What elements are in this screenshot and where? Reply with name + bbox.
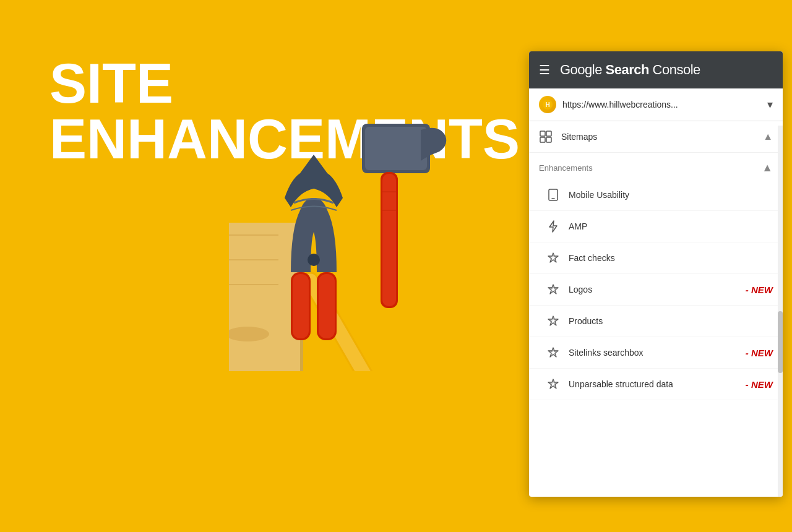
svg-rect-9 [293,274,309,338]
enhancement-item-amp[interactable]: AMP [529,211,783,242]
enhancement-item-logos[interactable]: Logos - NEW [529,274,783,306]
tools-illustration [229,99,464,371]
gsc-title: Google Search Console [560,62,700,78]
sitemaps-icon [539,130,553,144]
gsc-panel: ☰ Google Search Console H https://www.hi… [529,51,783,497]
mobile-usability-icon [546,188,560,202]
url-dropdown-arrow[interactable]: ▾ [767,98,773,111]
enhancements-toggle-icon[interactable]: ▲ [762,161,773,174]
sitelinks-searchbox-label: Sitelinks searchbox [569,348,737,358]
svg-rect-21 [540,131,545,136]
enhancement-item-unparsable-structured-data[interactable]: Unparsable structured data - NEW [529,369,783,400]
fact-checks-icon [546,251,560,265]
unparsable-structured-data-icon [546,377,560,391]
enhancement-item-mobile-usability[interactable]: Mobile Usability [529,179,783,211]
scrollbar-track[interactable] [778,126,783,497]
enhancement-item-products[interactable]: Products [529,306,783,337]
svg-marker-35 [548,379,558,388]
svg-rect-7 [301,272,379,371]
svg-text:H: H [545,101,549,108]
sitelinks-searchbox-new-badge: - NEW [746,348,773,358]
svg-point-12 [308,254,320,266]
products-icon [546,314,560,328]
svg-rect-11 [319,274,335,338]
console-text: Console [649,62,700,77]
scrollbar-thumb[interactable] [778,311,783,373]
svg-rect-16 [382,174,396,306]
svg-rect-1 [229,223,300,371]
nav-item-sitemaps[interactable]: Sitemaps ▲ [529,121,783,153]
search-text: Search [606,62,649,77]
logos-label: Logos [569,285,737,294]
svg-marker-29 [548,285,558,294]
svg-marker-33 [548,348,558,357]
hamburger-menu-icon[interactable]: ☰ [539,62,550,77]
google-text: Google [560,62,606,77]
site-favicon: H [539,96,556,113]
sitemaps-collapse-arrow[interactable]: ▲ [763,131,773,142]
amp-icon [546,220,560,233]
logos-new-badge: - NEW [746,285,773,295]
hammer-icon [362,124,446,308]
site-url-text: https://www.hillwebcreations... [562,100,761,109]
gsc-url-bar[interactable]: H https://www.hillwebcreations... ▾ [529,88,783,121]
amp-label: AMP [569,221,773,231]
fact-checks-label: Fact checks [569,253,773,263]
unparsable-structured-data-label: Unparsable structured data [569,379,737,389]
enhancements-section-header: Enhancements ▲ [529,153,783,179]
svg-rect-24 [546,137,551,142]
sitelinks-searchbox-icon [546,346,560,359]
enhancement-item-fact-checks[interactable]: Fact checks [529,242,783,274]
gsc-header: ☰ Google Search Console [529,51,783,88]
enhancements-label: Enhancements [539,163,593,173]
svg-rect-14 [365,127,427,170]
svg-marker-27 [548,253,558,262]
svg-marker-31 [548,316,558,325]
svg-rect-22 [546,131,551,136]
mobile-usability-label: Mobile Usability [569,190,773,200]
logos-icon [546,283,560,296]
unparsable-structured-data-new-badge: - NEW [746,379,773,390]
enhancement-item-sitelinks-searchbox[interactable]: Sitelinks searchbox - NEW [529,337,783,369]
svg-rect-23 [540,137,545,142]
products-label: Products [569,316,773,326]
sitemaps-label: Sitemaps [561,132,754,142]
pliers-icon [285,155,343,340]
